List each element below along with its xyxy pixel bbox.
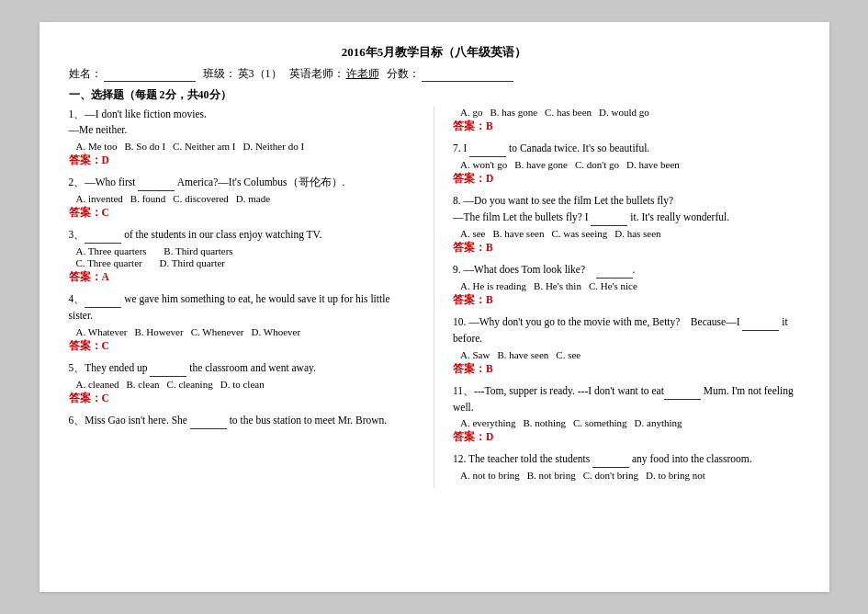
question-10: 10. —Why don't you go to the movie with … (453, 314, 800, 376)
question-9: 9. —What does Tom look like? . A. He is … (453, 262, 800, 307)
question-8: 8. —Do you want to see the film Let the … (453, 193, 800, 255)
exam-header: 姓名： 班级： 英3（1） 英语老师： 许老师 分数： (69, 66, 800, 82)
question-7: 7. I to Canada twice. It's so beautiful.… (453, 141, 800, 186)
question-12: 12. The teacher told the students any fo… (453, 451, 800, 481)
question-2: 2、—Who first America?—It's Columbus（哥伦布）… (69, 175, 416, 220)
question-4: 4、 we gave him something to eat, he woul… (69, 291, 416, 353)
left-column: 1、—I don't like fiction movies. —Me neit… (69, 107, 435, 488)
question-11: 11、---Tom, supper is ready. ---I don't w… (453, 383, 800, 445)
section1-title: 一、选择题（每题 2分，共40分） (69, 87, 800, 103)
question-5: 5、They ended up the classroom and went a… (69, 360, 416, 405)
question-3: 3、 of the students in our class enjoy wa… (69, 227, 416, 284)
exam-title: 2016年5月教学目标（八年级英语） (69, 44, 800, 61)
name-field: 姓名： (69, 66, 196, 82)
question-1: 1、—I don't like fiction movies. —Me neit… (69, 107, 416, 167)
class-field: 班级： 英3（1） (203, 66, 282, 82)
questions-area: 1、—I don't like fiction movies. —Me neit… (69, 107, 800, 488)
question-6-right: A. go B. has gone C. has been D. would g… (453, 107, 800, 133)
teacher-field: 英语老师： 许老师 (289, 66, 379, 82)
score-field: 分数： (387, 66, 513, 82)
question-6: 6、Miss Gao isn't here. She to the bus st… (69, 413, 416, 429)
right-column: A. go B. has gone C. has been D. would g… (434, 107, 800, 488)
exam-page: 2016年5月教学目标（八年级英语） 姓名： 班级： 英3（1） 英语老师： 许… (39, 22, 829, 592)
